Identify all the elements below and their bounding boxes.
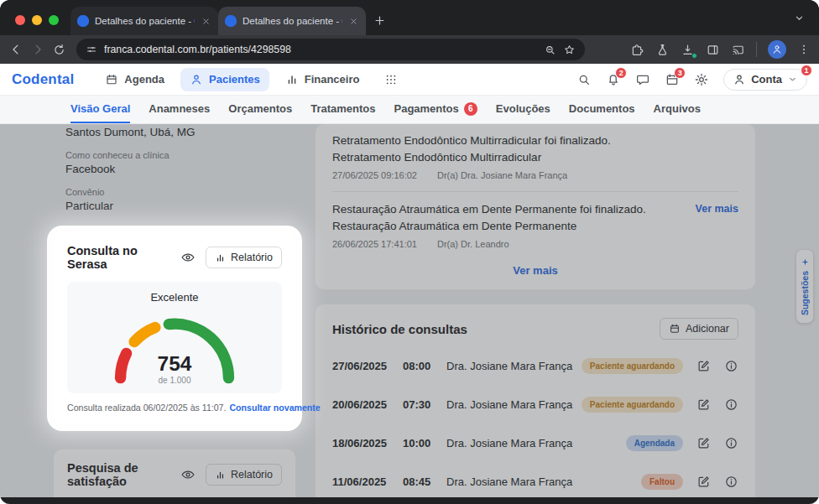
serasa-score-gauge: Excelente 754 de 1.000 <box>67 282 282 393</box>
tab-visao-geral[interactable]: Visão Geral <box>70 96 130 123</box>
tab-label: Pagamentos <box>394 102 458 115</box>
forward-button[interactable] <box>30 42 45 57</box>
codental-favicon <box>225 15 237 27</box>
browser-menu-kebab-icon[interactable] <box>797 43 811 56</box>
person-icon <box>771 44 783 55</box>
score-gauge-chart: 754 de 1.000 <box>100 305 249 389</box>
browser-toolbar: franca.codental.com.br/patients/4298598 <box>0 35 819 64</box>
notifications-badge: 2 <box>615 67 627 79</box>
browser-tab-1[interactable]: Detalhes do paciente - Code <box>70 7 218 35</box>
screenshot-stage: Detalhes do paciente - Code Detalhes do … <box>0 0 819 504</box>
toolbar-right-icons <box>630 40 811 59</box>
page-content: Santos Dumont, Ubá, MG Como conheceu a c… <box>0 124 819 497</box>
tab-title: Detalhes do paciente - Code <box>95 16 195 26</box>
nav-item-pacientes[interactable]: Pacientes <box>180 68 269 91</box>
nav-label: Agenda <box>124 73 164 86</box>
tab-title: Detalhes do paciente - Code <box>243 16 342 26</box>
nav-label: Financeiro <box>305 73 360 86</box>
tab-orcamentos[interactable]: Orçamentos <box>228 96 292 123</box>
gear-icon[interactable] <box>694 72 709 87</box>
pagamentos-count-badge: 6 <box>464 102 477 116</box>
bookmark-star-icon[interactable] <box>563 44 576 56</box>
bar-chart-icon <box>285 73 299 86</box>
url-text[interactable]: franca.codental.com.br/patients/4298598 <box>104 44 537 55</box>
serasa-footer: Consulta realizada 06/02/2025 às 11:07.C… <box>67 403 282 413</box>
last-query-text: Consulta realizada 06/02/2025 às 11:07. <box>67 403 226 413</box>
cast-icon[interactable] <box>731 43 745 57</box>
tab-label: Orçamentos <box>228 102 292 115</box>
bar-chart-icon <box>215 252 226 263</box>
close-window-button[interactable] <box>15 15 25 25</box>
tab-search-chevron-icon[interactable] <box>793 12 806 24</box>
experiments-flask-icon[interactable] <box>655 43 670 57</box>
codental-app: Codental Agenda Pacientes Financeiro <box>0 64 819 504</box>
serasa-card: Consulta no Serasa Relatório Excelente <box>54 232 295 424</box>
back-button[interactable] <box>8 42 23 57</box>
report-button-label: Relatório <box>231 252 273 263</box>
tab-tratamentos[interactable]: Tratamentos <box>310 96 375 123</box>
browser-tab-strip: Detalhes do paciente - Code Detalhes do … <box>0 0 819 35</box>
app-header: Codental Agenda Pacientes Financeiro <box>0 64 819 96</box>
tab-arquivos[interactable]: Arquivos <box>654 96 701 123</box>
fullscreen-window-button[interactable] <box>49 15 59 25</box>
window-bottom-edge <box>0 497 819 504</box>
notifications-button[interactable]: 2 <box>606 72 621 87</box>
tab-label: Documentos <box>569 102 635 115</box>
site-settings-icon[interactable] <box>86 44 97 55</box>
codental-logo[interactable]: Codental <box>12 71 74 88</box>
account-menu-button[interactable]: Conta 1 <box>723 69 807 91</box>
extensions-puzzle-icon[interactable] <box>630 43 644 57</box>
serasa-visibility-button[interactable] <box>180 250 196 265</box>
query-again-link[interactable]: Consultar novamente <box>229 403 320 413</box>
grid-dots-icon <box>384 73 398 86</box>
reload-button[interactable] <box>52 43 66 57</box>
browser-tab-2-active[interactable]: Detalhes do paciente - Code <box>218 7 366 35</box>
serasa-report-button[interactable]: Relatório <box>206 247 282 268</box>
calendar-icon <box>105 73 118 86</box>
apps-grid-button[interactable] <box>375 68 407 91</box>
eye-icon <box>180 250 196 265</box>
account-badge: 1 <box>801 65 812 76</box>
search-icon[interactable] <box>576 72 592 87</box>
codental-favicon <box>77 15 89 27</box>
schedule-button[interactable]: 3 <box>665 72 680 87</box>
zoom-indicator-icon[interactable] <box>544 44 556 56</box>
toolbar-divider <box>756 42 757 57</box>
tab-label: Evoluções <box>496 102 550 115</box>
serasa-card-header: Consulta no Serasa Relatório <box>67 244 282 271</box>
person-icon <box>190 73 203 86</box>
download-status-dot <box>691 53 697 59</box>
patient-tab-bar: Visão Geral Anamneses Orçamentos Tratame… <box>0 96 819 124</box>
tab-label: Anamneses <box>149 102 210 115</box>
downloads-button[interactable] <box>681 43 695 57</box>
tab-label: Visão Geral <box>70 102 130 115</box>
close-tab-icon[interactable] <box>201 16 211 27</box>
side-panel-icon[interactable] <box>706 43 720 57</box>
browser-window: Detalhes do paciente - Code Detalhes do … <box>0 0 819 504</box>
close-tab-icon[interactable] <box>348 16 359 27</box>
nav-item-financeiro[interactable]: Financeiro <box>276 68 369 91</box>
address-bar[interactable]: franca.codental.com.br/patients/4298598 <box>76 39 585 60</box>
tab-evolucoes[interactable]: Evoluções <box>496 96 550 123</box>
chat-icon[interactable] <box>635 72 650 87</box>
person-icon <box>733 73 746 86</box>
score-value: 754 <box>158 352 192 375</box>
profile-avatar[interactable] <box>768 40 786 59</box>
main-nav: Agenda Pacientes Financeiro <box>96 68 407 91</box>
tab-pagamentos[interactable]: Pagamentos 6 <box>394 96 477 123</box>
tab-label: Tratamentos <box>310 102 375 115</box>
schedule-badge: 3 <box>674 67 686 79</box>
new-tab-button[interactable] <box>373 13 387 28</box>
score-rating-label: Excelente <box>67 291 282 304</box>
nav-label: Pacientes <box>209 73 260 86</box>
score-max-label: de 1.000 <box>159 376 191 385</box>
tab-documentos[interactable]: Documentos <box>569 96 635 123</box>
account-label: Conta <box>751 73 782 86</box>
chevron-down-icon <box>787 74 798 85</box>
tab-anamneses[interactable]: Anamneses <box>149 96 210 123</box>
minimize-window-button[interactable] <box>32 15 42 25</box>
macos-window-controls <box>15 15 59 25</box>
nav-item-agenda[interactable]: Agenda <box>96 68 174 91</box>
tab-label: Arquivos <box>654 102 701 115</box>
serasa-title: Consulta no Serasa <box>67 244 180 271</box>
